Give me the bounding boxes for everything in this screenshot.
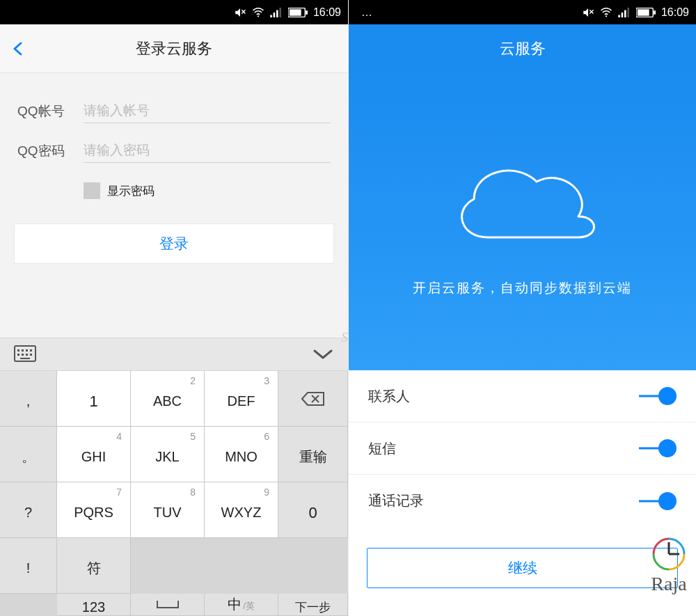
- mute-icon: [234, 6, 246, 19]
- svg-point-2: [258, 15, 259, 17]
- password-input[interactable]: [84, 139, 331, 163]
- key-next[interactable]: 下一步: [278, 594, 348, 616]
- svg-rect-15: [17, 354, 19, 356]
- wifi-icon: [600, 6, 612, 19]
- toggle-switch[interactable]: [640, 494, 677, 508]
- sync-options: 联系人 短信 通话记录: [349, 370, 696, 527]
- svg-rect-11: [17, 349, 19, 352]
- password-row: QQ密码: [10, 130, 338, 170]
- key-mode[interactable]: 中/英: [205, 594, 278, 616]
- page-title: 云服务: [500, 38, 546, 59]
- status-bar: … 16:09: [349, 0, 696, 24]
- key-question[interactable]: ?: [0, 482, 57, 538]
- key-jkl[interactable]: 5JKL: [131, 427, 205, 482]
- key-wxyz[interactable]: 9WXYZ: [205, 482, 278, 538]
- account-row: QQ帐号: [10, 90, 338, 130]
- svg-rect-9: [306, 10, 308, 15]
- key-ghi[interactable]: 4GHI: [57, 427, 131, 482]
- back-button[interactable]: [10, 40, 26, 57]
- keyboard-icon[interactable]: [14, 345, 36, 363]
- svg-rect-27: [624, 10, 626, 17]
- partial-text: S: [342, 330, 349, 345]
- password-label: QQ密码: [17, 142, 84, 160]
- account-input[interactable]: [84, 99, 331, 123]
- key-mno[interactable]: 6MNO: [205, 427, 278, 482]
- svg-rect-18: [30, 354, 32, 356]
- collapse-keyboard-icon[interactable]: [312, 345, 334, 363]
- status-time: 16:09: [313, 6, 341, 19]
- key-backspace[interactable]: [278, 371, 348, 427]
- menu-dots-icon: …: [361, 6, 374, 19]
- key-retype[interactable]: 重输: [278, 427, 348, 482]
- cloud-icon: [439, 147, 606, 258]
- svg-rect-19: [20, 358, 30, 359]
- login-form: QQ帐号 QQ密码 显示密码 登录: [0, 73, 348, 338]
- key-abc[interactable]: 2ABC: [131, 371, 205, 427]
- toggle-label: 短信: [368, 439, 640, 458]
- svg-point-24: [606, 15, 607, 17]
- show-password-label: 显示密码: [107, 183, 155, 199]
- cloud-hero: 开启云服务，自动同步数据到云端: [349, 73, 696, 370]
- svg-rect-16: [22, 354, 24, 356]
- key-exclaim[interactable]: !: [0, 538, 57, 594]
- toggle-switch[interactable]: [640, 389, 677, 403]
- svg-rect-5: [276, 10, 278, 17]
- keyboard-toolbar: [0, 338, 348, 371]
- svg-rect-28: [627, 8, 629, 17]
- svg-rect-30: [638, 9, 649, 15]
- svg-rect-31: [654, 10, 656, 15]
- mute-icon: [582, 6, 594, 19]
- nav-bar: 登录云服务: [0, 24, 348, 73]
- key-space[interactable]: [131, 594, 205, 616]
- battery-icon: [288, 6, 308, 19]
- show-password-checkbox[interactable]: [84, 182, 100, 199]
- keypad: , 1 2ABC 3DEF 。 4GHI 5JKL 6MNO 重输 ? 7PQR…: [0, 371, 348, 616]
- svg-rect-12: [22, 349, 24, 352]
- backspace-icon: [301, 391, 325, 406]
- space-icon: [156, 599, 180, 610]
- key-symbol[interactable]: 符: [57, 538, 131, 594]
- svg-rect-6: [279, 8, 281, 17]
- toggle-label: 联系人: [368, 387, 640, 406]
- toggle-calllog: 通话记录: [349, 475, 696, 527]
- nav-bar: 云服务: [349, 24, 696, 73]
- page-title: 登录云服务: [136, 38, 212, 59]
- login-screen: 16:09 登录云服务 QQ帐号 QQ密码 显示密码 登录 S ,: [0, 0, 348, 616]
- signal-icon: [270, 6, 283, 19]
- key-zero[interactable]: 0: [278, 482, 348, 538]
- status-time: 16:09: [661, 6, 689, 19]
- svg-rect-17: [26, 354, 28, 356]
- svg-rect-4: [274, 13, 276, 17]
- show-password-row: 显示密码: [10, 170, 338, 199]
- key-tuv[interactable]: 8TUV: [131, 482, 205, 538]
- wifi-icon: [252, 6, 264, 19]
- svg-rect-3: [270, 15, 272, 17]
- toggle-switch[interactable]: [640, 441, 677, 455]
- svg-rect-13: [26, 349, 28, 352]
- toggle-sms: 短信: [349, 422, 696, 475]
- svg-rect-8: [290, 9, 301, 15]
- toggle-label: 通话记录: [368, 491, 640, 510]
- account-label: QQ帐号: [17, 102, 84, 120]
- toggle-contacts: 联系人: [349, 370, 696, 422]
- status-bar: 16:09: [0, 0, 348, 24]
- svg-rect-25: [618, 15, 620, 17]
- key-123[interactable]: 123: [57, 594, 131, 616]
- key-1[interactable]: 1: [57, 371, 131, 427]
- battery-icon: [636, 6, 656, 19]
- key-period[interactable]: 。: [0, 427, 57, 482]
- continue-button[interactable]: 继续: [367, 548, 678, 588]
- hero-text: 开启云服务，自动同步数据到云端: [413, 279, 632, 297]
- key-comma[interactable]: ,: [0, 371, 57, 427]
- signal-icon: [618, 6, 631, 19]
- key-def[interactable]: 3DEF: [205, 371, 278, 427]
- key-pqrs[interactable]: 7PQRS: [57, 482, 131, 538]
- svg-rect-26: [622, 13, 624, 17]
- svg-rect-14: [30, 349, 32, 352]
- cloud-screen: … 16:09 云服务 开启云服务，自动同步数据到云端 联系人 短信: [348, 0, 696, 616]
- login-button[interactable]: 登录: [14, 223, 334, 264]
